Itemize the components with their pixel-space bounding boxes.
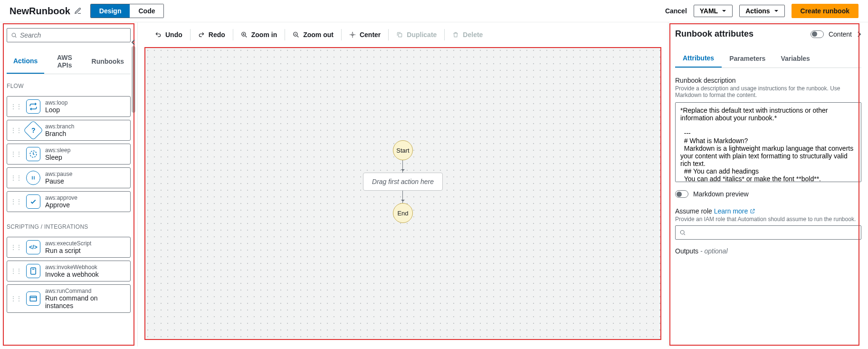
tab-aws-apis[interactable]: AWS APIs: [44, 49, 85, 74]
format-select[interactable]: YAML: [694, 5, 733, 17]
flow-arrow: [402, 160, 403, 173]
command-icon: [26, 291, 40, 306]
tab-attributes[interactable]: Attributes: [675, 49, 722, 68]
drop-target[interactable]: Drag first action here: [363, 173, 443, 191]
caret-down-icon: [722, 9, 726, 13]
tab-runbooks[interactable]: Runbooks: [85, 49, 131, 74]
search-icon: [11, 32, 17, 39]
action-invoke-webhook[interactable]: ⋮⋮ aws:invokeWebhookInvoke a webhook: [7, 261, 131, 281]
zoom-out-icon: [293, 31, 299, 38]
assume-role-label: Assume role: [675, 207, 712, 215]
design-tab[interactable]: Design: [91, 4, 130, 18]
zoom-in-button[interactable]: Zoom in: [233, 29, 285, 40]
content-toggle-label: Content: [829, 30, 852, 38]
external-link-icon: [750, 208, 755, 214]
svg-point-8: [680, 231, 684, 234]
expand-panel-icon[interactable]: [857, 31, 861, 38]
webhook-icon: [26, 264, 40, 278]
description-label: Runbook description: [675, 77, 861, 84]
end-node[interactable]: End: [393, 203, 413, 223]
svg-rect-3: [30, 296, 37, 301]
search-icon: [679, 229, 686, 236]
action-run-command[interactable]: ⋮⋮ aws:runCommandRun command on instance…: [7, 284, 131, 313]
script-icon: </>: [26, 240, 40, 254]
section-scripting-label: SCRIPTING / INTEGRATIONS: [7, 223, 131, 230]
delete-icon: [452, 31, 459, 38]
drag-handle-icon: ⋮⋮: [10, 295, 21, 302]
drag-handle-icon: ⋮⋮: [10, 243, 21, 251]
description-help: Provide a description and usage instruct…: [675, 85, 861, 98]
redo-icon: [198, 31, 205, 38]
caret-down-icon: [774, 9, 779, 13]
section-flow-label: FLOW: [7, 83, 131, 89]
markdown-preview-toggle[interactable]: [675, 190, 688, 198]
panel-title: Runbook attributes: [675, 29, 754, 39]
svg-point-0: [12, 33, 16, 37]
tab-variables[interactable]: Variables: [773, 49, 818, 68]
drag-handle-icon: ⋮⋮: [10, 103, 21, 110]
markdown-preview-label: Markdown preview: [693, 190, 749, 198]
redo-button[interactable]: Redo: [191, 29, 233, 40]
page-title: NewRunbook: [10, 6, 82, 17]
edit-icon[interactable]: [74, 7, 82, 15]
drag-handle-icon: ⋮⋮: [10, 174, 21, 182]
assume-role-help: Provide an IAM role that Automation shou…: [675, 216, 861, 223]
drag-handle-icon: ⋮⋮: [10, 267, 21, 275]
sleep-icon: [26, 147, 40, 161]
center-button[interactable]: Center: [342, 29, 389, 40]
drag-handle-icon: ⋮⋮: [10, 150, 21, 158]
scrollbar[interactable]: [131, 46, 135, 342]
branch-icon: ?: [23, 120, 43, 140]
action-pause[interactable]: ⋮⋮ aws:pausePause: [7, 167, 131, 188]
action-sleep[interactable]: ⋮⋮ aws:sleepSleep: [7, 144, 131, 165]
search-input[interactable]: [7, 28, 131, 42]
drag-handle-icon: ⋮⋮: [10, 198, 21, 205]
undo-button[interactable]: Undo: [147, 29, 191, 40]
delete-button: Delete: [445, 29, 490, 40]
highlight-frame: [669, 23, 859, 346]
center-icon: [349, 31, 356, 38]
duplicate-icon: [396, 31, 403, 38]
collapse-left-panel[interactable]: [129, 34, 138, 51]
design-code-toggle: Design Code: [90, 4, 164, 18]
svg-rect-7: [399, 34, 402, 37]
outputs-label: Outputs - optional: [675, 247, 861, 255]
action-execute-script[interactable]: ⋮⋮ </> aws:executeScriptRun a script: [7, 237, 131, 258]
duplicate-button: Duplicate: [389, 29, 445, 40]
pause-icon: [26, 171, 40, 185]
create-runbook-button[interactable]: Create runbook: [792, 4, 858, 18]
svg-rect-2: [31, 268, 36, 274]
zoom-in-icon: [241, 31, 248, 38]
svg-point-6: [352, 34, 353, 36]
action-branch[interactable]: ⋮⋮ ? aws:branchBranch: [7, 120, 131, 141]
loop-icon: [26, 99, 40, 114]
action-approve[interactable]: ⋮⋮ aws:approveApprove: [7, 191, 131, 212]
action-loop[interactable]: ⋮⋮ aws:loopLoop: [7, 96, 131, 117]
approve-icon: [26, 194, 40, 209]
content-toggle[interactable]: [811, 30, 824, 38]
start-node[interactable]: Start: [393, 140, 413, 160]
description-textarea[interactable]: [675, 102, 861, 182]
flow-arrow: [402, 191, 403, 203]
tab-parameters[interactable]: Parameters: [722, 49, 773, 68]
code-tab[interactable]: Code: [130, 4, 163, 18]
actions-dropdown[interactable]: Actions: [739, 5, 784, 17]
tab-actions[interactable]: Actions: [7, 49, 44, 74]
cancel-button[interactable]: Cancel: [665, 7, 687, 15]
assume-role-input[interactable]: [675, 225, 861, 240]
zoom-out-button[interactable]: Zoom out: [285, 29, 342, 40]
learn-more-link[interactable]: Learn more: [714, 207, 755, 215]
drag-handle-icon: ⋮⋮: [10, 126, 21, 134]
undo-icon: [155, 31, 162, 38]
